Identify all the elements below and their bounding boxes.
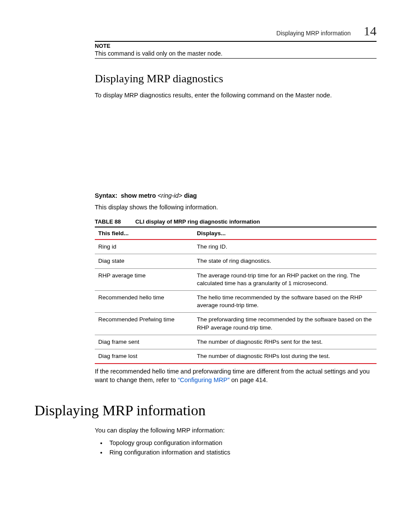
cell-field: Diag frame sent: [95, 335, 193, 349]
cell-field: RHP average time: [95, 268, 193, 290]
link-configuring-mrp[interactable]: “Configuring MRP”: [178, 376, 230, 383]
table-caption-title: CLI display of MRP ring diagnostic infor…: [135, 218, 260, 225]
note-text: This command is valid only on the master…: [95, 50, 377, 57]
cell-field: Diag state: [95, 254, 193, 268]
syntax-label: Syntax:: [95, 192, 117, 199]
syntax-command-pre: show metro: [121, 192, 156, 199]
table-row: Recommended Prefwing time The preforward…: [95, 313, 377, 335]
table-header-row: This field... Displays...: [95, 227, 377, 240]
intro-information: You can display the following MRP inform…: [95, 426, 377, 435]
running-header: Displaying MRP information 14: [34, 24, 377, 38]
chapter-number: 14: [364, 24, 377, 38]
table-row: Diag frame lost The number of diagnostic…: [95, 349, 377, 364]
cell-disp: The number of diagnostic RHPs lost durin…: [193, 349, 377, 364]
cell-disp: The ring ID.: [193, 240, 377, 254]
note-label: NOTE: [95, 43, 377, 49]
section-information: You can display the following MRP inform…: [95, 426, 377, 456]
th-displays: Displays...: [193, 227, 377, 240]
heading-diagnostics: Displaying MRP diagnostics: [95, 72, 377, 85]
cell-field: Recommended hello time: [95, 291, 193, 313]
table-intro: This display shows the following informa…: [95, 203, 377, 212]
table-diagnostics: This field... Displays... Ring id The ri…: [95, 227, 377, 364]
after-table-text-post: on page 414.: [230, 376, 268, 383]
list-item: Topology group configuration information: [107, 439, 377, 446]
rule: [95, 58, 377, 59]
cell-disp: The hello time recommended by the softwa…: [193, 291, 377, 313]
table-row: Ring id The ring ID.: [95, 240, 377, 254]
page: Displaying MRP information 14 NOTE This …: [0, 0, 411, 532]
table-row: Diag state The state of ring diagnostics…: [95, 254, 377, 268]
cell-field: Ring id: [95, 240, 193, 254]
intro-diagnostics: To display MRP diagnostics results, ente…: [95, 91, 377, 100]
syntax-line: Syntax: show metro <ring-id> diag: [95, 192, 377, 199]
table-row: RHP average time The average round-trip …: [95, 268, 377, 290]
rule: [95, 41, 377, 42]
cell-disp: The number of diagnostic RHPs sent for t…: [193, 335, 377, 349]
table-caption-label: TABLE 88: [95, 218, 121, 225]
list-item: Ring configuration information and stati…: [107, 449, 377, 456]
cell-disp: The preforwarding time recommended by th…: [193, 313, 377, 335]
heading-displaying-mrp-information: Displaying MRP information: [34, 402, 377, 419]
table-caption: TABLE 88 CLI display of MRP ring diagnos…: [95, 218, 377, 225]
cell-field: Diag frame lost: [95, 349, 193, 364]
cell-field: Recommended Prefwing time: [95, 313, 193, 335]
after-table-paragraph: If the recommended hello time and prefor…: [95, 367, 377, 384]
th-field: This field...: [95, 227, 193, 240]
running-title: Displaying MRP information: [277, 30, 351, 37]
table-row: Diag frame sent The number of diagnostic…: [95, 335, 377, 349]
cell-disp: The average round-trip time for an RHP p…: [193, 268, 377, 290]
section-diagnostics: Displaying MRP diagnostics To display MR…: [95, 72, 377, 384]
syntax-command-post: diag: [184, 192, 197, 199]
table-row: Recommended hello time The hello time re…: [95, 291, 377, 313]
note-block: NOTE This command is valid only on the m…: [95, 41, 377, 59]
syntax-variable: <ring-id>: [158, 192, 182, 199]
spacer: [95, 103, 377, 185]
cell-disp: The state of ring diagnostics.: [193, 254, 377, 268]
bullet-list: Topology group configuration information…: [95, 439, 377, 456]
